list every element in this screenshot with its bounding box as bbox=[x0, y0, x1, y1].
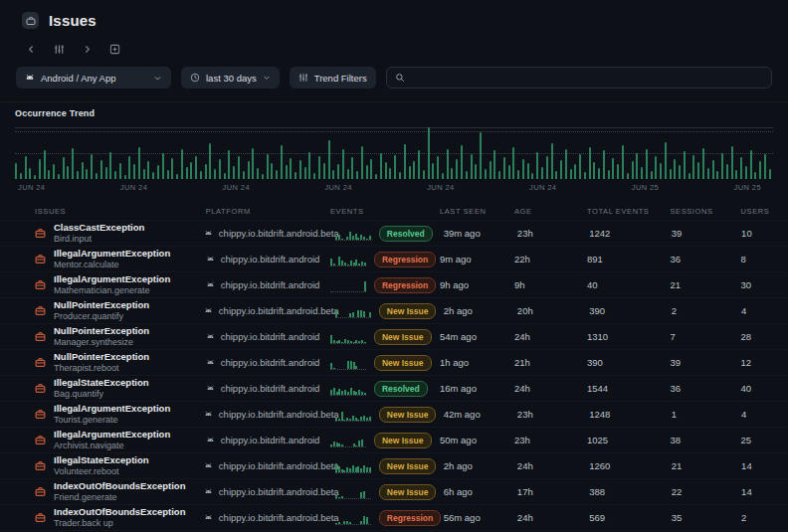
trend-bar bbox=[574, 164, 576, 179]
table-row[interactable]: IllegalStateException Bag.quantify chipp… bbox=[0, 375, 788, 401]
trend-bar bbox=[44, 150, 46, 179]
sessions-value: 22 bbox=[672, 486, 741, 497]
trend-bar bbox=[684, 151, 686, 179]
sparkline-bar bbox=[346, 237, 348, 240]
col-header-last-seen[interactable]: Last Seen bbox=[440, 207, 514, 216]
col-header-age[interactable]: Age bbox=[514, 207, 587, 216]
age-value: 23h bbox=[514, 435, 587, 445]
sparkline-bar bbox=[350, 341, 352, 343]
status-badge: New Issue bbox=[379, 303, 437, 319]
trend-bar bbox=[603, 150, 605, 179]
trend-x-axis: JUN 24JUN 24JUN 24JUN 24JUN 24JUN 24JUN … bbox=[15, 179, 773, 192]
sparkline-bar bbox=[363, 416, 365, 421]
issue-name: ClassCastException bbox=[54, 222, 144, 234]
table-row[interactable]: IndexOutOfBoundsException Friend.generat… bbox=[0, 478, 788, 504]
trend-bar bbox=[461, 145, 463, 179]
trend-bar bbox=[745, 166, 747, 179]
sparkline-bar bbox=[335, 237, 337, 240]
search-input[interactable] bbox=[411, 73, 763, 84]
briefcase-crash-icon bbox=[35, 486, 46, 497]
table-row[interactable]: IllegalArgumentException Tourist.generat… bbox=[0, 401, 788, 427]
trend-bar bbox=[612, 158, 614, 179]
sparkline-bar bbox=[358, 264, 360, 266]
trend-bar bbox=[124, 175, 126, 179]
axis-tick-label: JUN 24 bbox=[120, 183, 147, 192]
trend-bar bbox=[138, 147, 140, 179]
sparkline-bar bbox=[363, 516, 365, 524]
table-row[interactable]: NullPointerException Producer.quantify c… bbox=[0, 297, 788, 323]
total-events-value: 569 bbox=[589, 512, 672, 523]
prev-page-button[interactable] bbox=[24, 42, 38, 56]
status-badge: New Issue bbox=[374, 433, 432, 448]
sparkline-bar bbox=[363, 491, 365, 498]
trend-bar bbox=[243, 171, 245, 179]
sessions-value: 39 bbox=[672, 228, 741, 239]
sparkline-bar bbox=[338, 522, 340, 524]
sparkline-bar bbox=[369, 312, 371, 317]
trend-bar bbox=[674, 159, 676, 179]
next-page-button[interactable] bbox=[80, 42, 94, 56]
sparkline-bar bbox=[349, 419, 351, 421]
sparkline-bar bbox=[369, 236, 371, 240]
last-seen-value: 56m ago bbox=[444, 512, 517, 523]
add-view-button[interactable] bbox=[107, 42, 121, 56]
sliders-icon[interactable] bbox=[52, 42, 66, 56]
sparkline-bar bbox=[341, 239, 343, 240]
search-box[interactable] bbox=[386, 67, 772, 89]
table-row[interactable]: IllegalStateException Volunteer.reboot c… bbox=[0, 452, 788, 478]
briefcase-crash-icon bbox=[35, 228, 46, 239]
table-row[interactable]: NullPointerException Therapist.reboot ch… bbox=[0, 349, 788, 375]
table-row[interactable]: ClassCastException Bird.input chippy.io.… bbox=[0, 220, 788, 246]
sparkline-bar bbox=[338, 497, 340, 498]
col-header-total-events[interactable]: Total Events bbox=[587, 207, 670, 216]
trend-bar bbox=[409, 166, 411, 179]
sparkline-bar bbox=[347, 340, 349, 343]
trend-chart[interactable] bbox=[15, 127, 773, 179]
events-sparkline bbox=[335, 485, 371, 499]
issue-subtitle: Friend.generate bbox=[54, 492, 185, 503]
trend-filters-button[interactable]: Trend Filters bbox=[290, 67, 376, 89]
users-value: 30 bbox=[741, 279, 788, 290]
events-sparkline bbox=[330, 278, 366, 292]
table-row[interactable]: NullPointerException Manager.synthesize … bbox=[0, 323, 788, 349]
platform-label: chippy.io.bitdrift.android bbox=[221, 357, 320, 368]
issue-name: IllegalArgumentException bbox=[54, 403, 170, 415]
col-header-users[interactable]: Users bbox=[741, 207, 788, 216]
sliders-icon bbox=[298, 73, 308, 83]
col-header-platform[interactable]: Platform bbox=[206, 207, 330, 216]
issue-subtitle: Bag.quantify bbox=[54, 389, 149, 400]
sparkline-bar bbox=[341, 469, 343, 472]
trend-bar bbox=[361, 146, 363, 179]
sparkline-bar bbox=[357, 466, 359, 472]
issue-subtitle: Mentor.calculate bbox=[54, 260, 170, 270]
col-header-sessions[interactable]: Sessions bbox=[670, 207, 740, 216]
table-row[interactable]: IllegalArgumentException Archivist.navig… bbox=[0, 427, 788, 452]
sessions-value: 35 bbox=[672, 512, 741, 523]
trend-bar bbox=[304, 167, 306, 179]
trend-bar bbox=[248, 161, 250, 179]
chevron-down-icon bbox=[263, 74, 271, 82]
sparkline-bar bbox=[336, 341, 338, 343]
android-icon bbox=[204, 513, 213, 522]
app-selector-dropdown[interactable]: Android / Any App bbox=[16, 67, 171, 89]
trend-bar bbox=[171, 158, 173, 179]
trend-bar bbox=[413, 161, 415, 179]
table-row[interactable]: IllegalArgumentException Mentor.calculat… bbox=[0, 246, 788, 271]
issue-name: IllegalArgumentException bbox=[54, 248, 170, 260]
col-header-issues[interactable]: Issues bbox=[33, 207, 206, 216]
table-row[interactable]: IllegalArgumentException Mathematician.g… bbox=[0, 271, 788, 297]
age-value: 24h bbox=[514, 383, 587, 394]
total-events-value: 1248 bbox=[589, 409, 672, 420]
trend-bar bbox=[665, 142, 667, 179]
time-range-dropdown[interactable]: last 30 days bbox=[181, 67, 280, 89]
sparkline-bar bbox=[366, 239, 368, 240]
col-header-events[interactable]: Events bbox=[330, 207, 440, 216]
sparkline-bar bbox=[333, 340, 335, 343]
trend-bar bbox=[25, 156, 27, 179]
axis-tick-label: JUN 24 bbox=[427, 183, 454, 192]
events-sparkline bbox=[335, 511, 371, 525]
trend-bar bbox=[598, 168, 600, 179]
trend-bar bbox=[527, 163, 529, 179]
table-row[interactable]: IndexOutOfBoundsException Trader.back up… bbox=[0, 504, 788, 530]
trend-bar bbox=[351, 157, 353, 179]
